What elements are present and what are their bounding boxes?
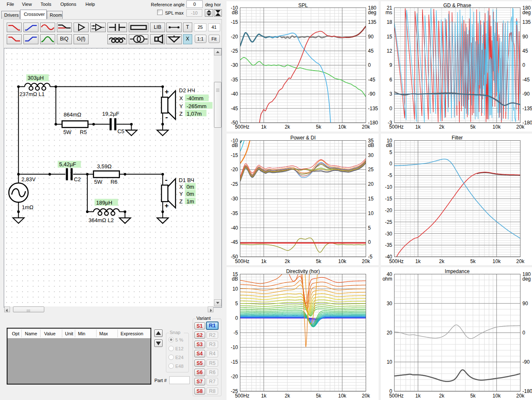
svg-text:Z: Z — [179, 198, 183, 205]
svg-text:10k: 10k — [493, 393, 501, 399]
svg-text:dB: dB — [232, 276, 238, 282]
svg-text:-45: -45 — [231, 239, 238, 245]
svg-text:1,07m: 1,07m — [187, 111, 202, 117]
svg-text:303µH: 303µH — [28, 75, 44, 81]
svg-text:deg: deg — [522, 10, 531, 15]
svg-text:20k: 20k — [362, 258, 370, 264]
svg-text:D1 ВЧ: D1 ВЧ — [179, 177, 194, 183]
svg-text:135: 135 — [368, 19, 377, 25]
svg-text:-45: -45 — [522, 77, 530, 83]
svg-text:C5: C5 — [117, 128, 125, 134]
svg-text:1mΩ: 1mΩ — [22, 204, 33, 210]
svg-text:0: 0 — [522, 62, 525, 68]
svg-text:3: 3 — [389, 91, 392, 97]
svg-text:10k: 10k — [493, 258, 501, 264]
svg-text:2k: 2k — [439, 258, 445, 264]
svg-text:5k: 5k — [316, 258, 322, 264]
svg-text:0: 0 — [235, 315, 238, 321]
svg-text:-5: -5 — [234, 330, 238, 336]
svg-text:Filter: Filter — [452, 135, 463, 141]
svg-text:C2: C2 — [74, 176, 81, 182]
svg-text:45: 45 — [522, 48, 528, 54]
svg-text:D2 НЧ: D2 НЧ — [179, 87, 195, 94]
svg-text:0: 0 — [368, 62, 371, 68]
svg-text:X: X — [179, 95, 183, 101]
svg-text:Y: Y — [179, 191, 183, 197]
svg-text:1m: 1m — [186, 198, 194, 205]
svg-text:-25: -25 — [385, 219, 392, 225]
svg-text:12: 12 — [387, 48, 392, 54]
svg-text:1k: 1k — [261, 124, 267, 130]
svg-text:90: 90 — [522, 34, 528, 40]
svg-text:30: 30 — [368, 152, 374, 158]
svg-text:dB: dB — [232, 142, 238, 148]
svg-text:10: 10 — [387, 359, 392, 365]
svg-text:Z: Z — [179, 111, 183, 117]
svg-text:-135: -135 — [368, 106, 378, 111]
svg-text:GD & Phase: GD & Phase — [443, 3, 471, 8]
svg-text:+: + — [165, 88, 169, 96]
svg-text:5k: 5k — [470, 124, 476, 130]
svg-text:20k: 20k — [362, 393, 370, 399]
svg-text:deg: deg — [522, 276, 531, 282]
svg-text:5W: 5W — [94, 179, 102, 185]
svg-text:5k: 5k — [316, 124, 322, 130]
svg-text:500Hz: 500Hz — [389, 258, 404, 264]
svg-text:-20: -20 — [231, 34, 238, 40]
svg-text:10k: 10k — [338, 124, 346, 130]
svg-text:135: 135 — [522, 19, 531, 25]
svg-text:-20: -20 — [231, 167, 238, 172]
svg-text:Power & DI: Power & DI — [290, 135, 316, 141]
svg-text:25: 25 — [368, 167, 374, 172]
svg-text:500Hz: 500Hz — [235, 258, 249, 264]
svg-text:-35: -35 — [385, 242, 392, 248]
svg-text:20k: 20k — [362, 124, 370, 130]
svg-text:0: 0 — [522, 330, 525, 336]
svg-text:15: 15 — [387, 34, 392, 40]
svg-text:-90: -90 — [522, 359, 530, 365]
svg-text:500Hz: 500Hz — [389, 124, 404, 130]
svg-text:-10: -10 — [385, 184, 392, 190]
svg-text:0: 0 — [389, 106, 392, 111]
svg-text:2k: 2k — [285, 393, 290, 399]
svg-text:-10: -10 — [231, 344, 238, 350]
svg-text:30: 30 — [387, 301, 392, 306]
svg-text:5: 5 — [368, 225, 371, 231]
svg-text:R6: R6 — [110, 179, 117, 185]
svg-text:-25: -25 — [231, 181, 238, 187]
svg-text:20k: 20k — [516, 393, 524, 399]
svg-text:1k: 1k — [261, 393, 267, 399]
svg-text:5W: 5W — [63, 129, 71, 135]
svg-text:90: 90 — [522, 301, 528, 306]
svg-text:500Hz: 500Hz — [389, 393, 404, 399]
svg-text:-15: -15 — [231, 359, 238, 365]
svg-text:10k: 10k — [338, 258, 346, 264]
svg-text:-30: -30 — [231, 62, 238, 68]
svg-text:10: 10 — [232, 286, 238, 292]
svg-text:1k: 1k — [415, 258, 421, 264]
svg-text:20k: 20k — [516, 258, 524, 264]
svg-text:-90: -90 — [522, 91, 530, 97]
svg-text:5k: 5k — [470, 393, 476, 399]
svg-text:SPL: SPL — [298, 3, 308, 8]
svg-text:-15: -15 — [231, 19, 238, 25]
svg-text:ms: ms — [386, 10, 392, 15]
svg-text:Impedance: Impedance — [445, 268, 470, 274]
svg-text:3,59Ω: 3,59Ω — [97, 163, 112, 170]
svg-text:0: 0 — [389, 161, 392, 167]
svg-text:Y: Y — [179, 103, 183, 109]
svg-text:237mΩ L1: 237mΩ L1 — [20, 91, 45, 97]
svg-text:deg: deg — [368, 10, 377, 15]
svg-text:-135: -135 — [522, 106, 532, 111]
svg-text:-25: -25 — [231, 48, 238, 54]
svg-text:X: X — [179, 184, 183, 190]
svg-text:20k: 20k — [516, 124, 524, 130]
svg-text:20: 20 — [368, 181, 374, 187]
svg-text:-15: -15 — [231, 152, 238, 158]
svg-text:R5: R5 — [80, 129, 87, 135]
svg-text:5: 5 — [235, 301, 238, 306]
svg-text:dB: dB — [368, 142, 374, 148]
svg-text:500Hz: 500Hz — [235, 393, 249, 399]
svg-text:dB: dB — [232, 10, 238, 15]
svg-text:2k: 2k — [285, 124, 290, 130]
